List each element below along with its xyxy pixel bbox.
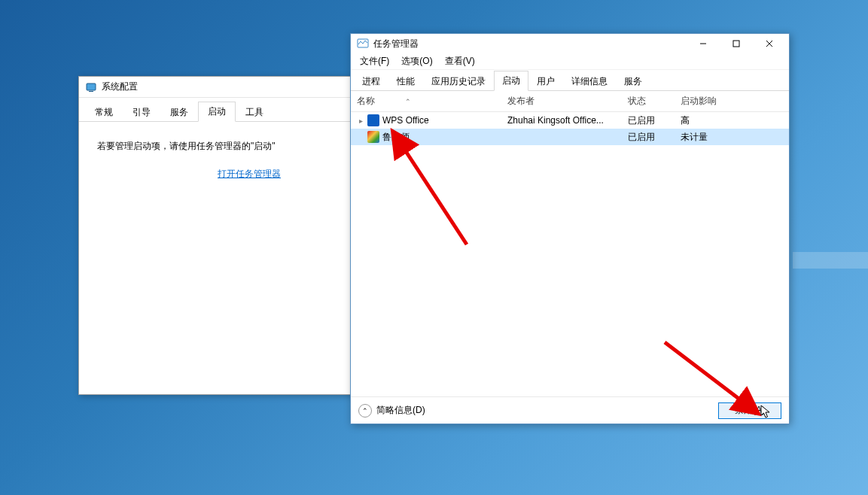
cell-name: 鲁大师 <box>357 131 507 144</box>
app-name: 鲁大师 <box>382 131 410 144</box>
svg-rect-4 <box>733 41 739 47</box>
menu-file[interactable]: 文件(F) <box>355 53 394 69</box>
col-impact[interactable]: 启动影响 <box>681 95 789 108</box>
window-control-buttons <box>687 35 786 52</box>
col-status[interactable]: 状态 <box>628 95 681 108</box>
close-button[interactable] <box>753 35 786 52</box>
app-icon-wps <box>367 114 379 126</box>
menu-view[interactable]: 查看(V) <box>440 53 480 69</box>
col-publisher[interactable]: 发布者 <box>507 95 628 108</box>
table-row[interactable]: 鲁大师 已启用 未计量 <box>351 129 789 145</box>
minimize-button[interactable] <box>687 35 720 52</box>
cell-impact: 高 <box>681 114 789 127</box>
tab-tools[interactable]: 工具 <box>236 102 273 122</box>
tab-startup[interactable]: 启动 <box>198 102 236 122</box>
syscfg-icon <box>85 81 97 93</box>
cell-publisher: Zhuhai Kingsoft Office... <box>507 115 628 126</box>
tab-processes[interactable]: 进程 <box>354 71 388 91</box>
tm-tabbar: 进程 性能 应用历史记录 启动 用户 详细信息 服务 <box>351 70 789 91</box>
grid-header: 名称 ⌃ 发布者 状态 启动影响 <box>351 91 789 112</box>
cell-status: 已启用 <box>628 131 681 144</box>
tab-performance[interactable]: 性能 <box>388 71 423 91</box>
fewer-details-label: 简略信息(D) <box>376 404 425 417</box>
sort-caret-icon: ⌃ <box>405 98 411 105</box>
col-name-label: 名称 <box>357 95 375 108</box>
tab-boot[interactable]: 引导 <box>123 102 160 122</box>
menu-options[interactable]: 选项(O) <box>397 53 437 69</box>
app-icon-ludashi <box>367 131 379 143</box>
task-manager-icon <box>357 38 369 50</box>
open-task-manager-link[interactable]: 打开任务管理器 <box>218 169 281 179</box>
app-name: WPS Office <box>382 115 429 126</box>
chevron-up-icon: ⌃ <box>358 404 372 418</box>
tab-services-tm[interactable]: 服务 <box>616 71 650 91</box>
svg-rect-0 <box>87 84 96 90</box>
fewer-details-button[interactable]: ⌃ 简略信息(D) <box>358 404 425 418</box>
tab-general[interactable]: 常规 <box>85 102 123 122</box>
tab-users[interactable]: 用户 <box>528 71 563 91</box>
tm-footer: ⌃ 简略信息(D) 禁用(A) <box>351 396 789 424</box>
disable-button[interactable]: 禁用(A) <box>718 402 781 419</box>
cell-status: 已启用 <box>628 114 681 127</box>
col-name[interactable]: 名称 ⌃ <box>357 95 507 108</box>
task-manager-window: 任务管理器 文件(F) 选项(O) 查看(V) 进程 性能 应用历史记录 启动 … <box>350 33 790 424</box>
maximize-button[interactable] <box>720 35 753 52</box>
startup-grid: 名称 ⌃ 发布者 状态 启动影响 ▸ WPS Office Zhuhai Kin… <box>351 91 789 396</box>
tab-details[interactable]: 详细信息 <box>563 71 616 91</box>
tab-app-history[interactable]: 应用历史记录 <box>423 71 494 91</box>
tm-title: 任务管理器 <box>373 38 687 50</box>
cell-name: ▸ WPS Office <box>357 114 507 126</box>
table-row[interactable]: ▸ WPS Office Zhuhai Kingsoft Office... 已… <box>351 112 789 129</box>
expand-icon[interactable]: ▸ <box>357 117 364 125</box>
tab-services[interactable]: 服务 <box>160 102 198 122</box>
syscfg-title: 系统配置 <box>102 80 138 93</box>
tm-menubar: 文件(F) 选项(O) 查看(V) <box>351 53 789 70</box>
tab-startup-tm[interactable]: 启动 <box>494 71 528 91</box>
svg-rect-1 <box>89 91 93 92</box>
cell-impact: 未计量 <box>681 131 789 144</box>
tm-titlebar[interactable]: 任务管理器 <box>351 34 789 53</box>
desktop-highlight <box>793 252 868 269</box>
